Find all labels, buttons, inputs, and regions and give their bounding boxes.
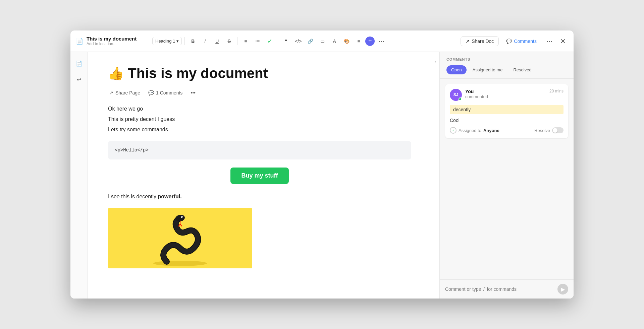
assigned-label: Assigned to bbox=[459, 128, 481, 133]
share-page-icon: ↗ bbox=[109, 90, 113, 95]
more-options-button[interactable]: ⋯ bbox=[376, 36, 387, 47]
share-page-label: Share Page bbox=[115, 90, 140, 95]
doc-body: Ok here we go This is pretty decent I gu… bbox=[108, 104, 411, 268]
chevron-down-icon: ▾ bbox=[176, 39, 179, 44]
strikethrough-button[interactable]: S bbox=[224, 36, 234, 47]
doc-icon: 📄 bbox=[76, 38, 83, 45]
sidebar-icon-history[interactable]: ↩ bbox=[73, 73, 85, 85]
share-page-button[interactable]: ↗ Share Page bbox=[108, 89, 142, 96]
comment-header: SJ You commented 20 mins bbox=[450, 89, 564, 101]
resolve-label: Resolve bbox=[534, 128, 550, 133]
image-svg bbox=[147, 215, 214, 268]
svg-point-0 bbox=[153, 261, 207, 266]
body-line-2: This is pretty decent I guess bbox=[108, 115, 411, 124]
comment-input[interactable] bbox=[445, 286, 554, 292]
toolbar-right: ↗ Share Doc 💬 Comments ⋯ ✕ bbox=[461, 36, 568, 47]
body-line-4: I see this is decently powerful. bbox=[108, 192, 411, 201]
doc-subtitle: Add to location... bbox=[87, 42, 137, 46]
color-button[interactable]: A bbox=[329, 36, 340, 47]
comment-input-area: ▶ bbox=[440, 279, 574, 299]
doc-title-area: This is my document Add to location... bbox=[87, 36, 137, 46]
share-icon: ↗ bbox=[466, 39, 470, 44]
toolbar-more-button[interactable]: ⋯ bbox=[544, 36, 555, 47]
bold-button[interactable]: B bbox=[187, 36, 198, 47]
comment-meta: You commented bbox=[465, 89, 546, 99]
comments-header: COMMENTS Open Assigned to me Resolved bbox=[440, 52, 574, 79]
code-block: <p>Hello</p> bbox=[108, 141, 411, 160]
align-button[interactable]: ≡ bbox=[353, 36, 364, 47]
resolve-area: Resolve bbox=[534, 127, 564, 133]
sidebar-icon-document[interactable]: 📄 bbox=[73, 57, 85, 69]
unordered-list-button[interactable]: ≡ bbox=[240, 36, 251, 47]
checklist-button[interactable]: ✓ bbox=[264, 36, 275, 47]
toolbar: 📄 This is my document Add to location...… bbox=[70, 30, 574, 52]
image-button[interactable]: ▭ bbox=[317, 36, 328, 47]
main-area: 📄 ↩ 👍 This is my document ↗ Share Page 💬… bbox=[70, 52, 574, 299]
comment-author: You bbox=[465, 89, 546, 94]
avatar-online-indicator bbox=[459, 97, 462, 101]
body-line-4-pre: I see this is bbox=[108, 194, 136, 199]
doc-heading: 👍 This is my document bbox=[108, 65, 411, 81]
toolbar-middle: Heading 1 ▾ B I U S ≡ ≔ ✓ ❝ </> 🔗 ▭ A 🎨 … bbox=[152, 36, 458, 47]
comments-count-icon: 💬 bbox=[148, 90, 154, 95]
comment-text: Cool bbox=[450, 118, 564, 123]
toolbar-divider-1 bbox=[184, 37, 185, 45]
comments-button-label: Comments bbox=[514, 39, 537, 44]
assigned-to: ✓ Assigned to Anyone bbox=[450, 127, 499, 134]
comment-highlight: decently bbox=[450, 105, 564, 114]
assigned-check-icon: ✓ bbox=[450, 127, 457, 134]
tab-assigned[interactable]: Assigned to me bbox=[468, 65, 507, 74]
document-modal: 📄 This is my document Add to location...… bbox=[70, 30, 574, 299]
italic-button[interactable]: I bbox=[200, 36, 210, 47]
heading-text: This is my document bbox=[128, 65, 268, 81]
svg-point-3 bbox=[182, 216, 183, 217]
body-line-3: Lets try some commands bbox=[108, 125, 411, 134]
collapse-panel-button[interactable]: ‹ bbox=[431, 52, 439, 72]
body-line-4-highlight: decently bbox=[136, 194, 156, 199]
share-doc-button[interactable]: ↗ Share Doc bbox=[461, 36, 499, 46]
comment-action: commented bbox=[465, 94, 546, 99]
underline-button[interactable]: U bbox=[212, 36, 222, 47]
send-comment-button[interactable]: ▶ bbox=[557, 284, 568, 294]
comments-count-label: 1 Comments bbox=[156, 90, 182, 95]
comments-panel-title: COMMENTS bbox=[446, 57, 567, 61]
comment-card: SJ You commented 20 mins decently Cool bbox=[445, 84, 568, 138]
tab-open[interactable]: Open bbox=[446, 65, 467, 74]
quote-button[interactable]: ❝ bbox=[281, 36, 291, 47]
image-placeholder bbox=[108, 208, 252, 268]
comments-tabs: Open Assigned to me Resolved bbox=[446, 65, 567, 74]
comment-icon: 💬 bbox=[506, 39, 512, 44]
heading-select[interactable]: Heading 1 ▾ bbox=[152, 37, 182, 45]
code-content: <p>Hello</p> bbox=[115, 147, 149, 153]
comments-list: SJ You commented 20 mins decently Cool bbox=[440, 79, 574, 279]
link-button[interactable]: 🔗 bbox=[305, 36, 316, 47]
comments-count-button[interactable]: 💬 1 Comments bbox=[147, 89, 184, 96]
sidebar-icons: 📄 ↩ bbox=[70, 52, 88, 299]
emoji-button[interactable]: 🎨 bbox=[341, 36, 352, 47]
resolve-toggle[interactable] bbox=[552, 127, 564, 133]
avatar: SJ bbox=[450, 89, 462, 101]
ordered-list-button[interactable]: ≔ bbox=[252, 36, 263, 47]
share-doc-label: Share Doc bbox=[472, 39, 494, 44]
more-doc-actions-button[interactable]: ••• bbox=[189, 89, 197, 96]
close-button[interactable]: ✕ bbox=[557, 36, 568, 47]
body-line-1: Ok here we go bbox=[108, 104, 411, 113]
toolbar-left: 📄 This is my document Add to location... bbox=[76, 36, 150, 46]
toolbar-divider-3 bbox=[278, 37, 278, 45]
assigned-name: Anyone bbox=[483, 128, 499, 133]
toolbar-divider-2 bbox=[237, 37, 237, 45]
buy-button-wrapper: Buy my stuff bbox=[108, 168, 411, 184]
body-line-4-post: powerful. bbox=[156, 194, 182, 199]
comment-footer: ✓ Assigned to Anyone Resolve bbox=[450, 127, 564, 134]
doc-title: This is my document bbox=[87, 36, 137, 42]
editor-area[interactable]: 👍 This is my document ↗ Share Page 💬 1 C… bbox=[88, 52, 431, 299]
code-button[interactable]: </> bbox=[293, 36, 304, 47]
comments-panel: COMMENTS Open Assigned to me Resolved SJ bbox=[439, 52, 574, 299]
heading-select-label: Heading 1 bbox=[155, 39, 175, 44]
heading-emoji: 👍 bbox=[108, 66, 124, 81]
comment-time: 20 mins bbox=[549, 89, 564, 93]
buy-button[interactable]: Buy my stuff bbox=[230, 168, 288, 184]
tab-resolved[interactable]: Resolved bbox=[508, 65, 536, 74]
comments-button[interactable]: 💬 Comments bbox=[501, 37, 541, 46]
insert-button[interactable]: + bbox=[365, 37, 375, 46]
